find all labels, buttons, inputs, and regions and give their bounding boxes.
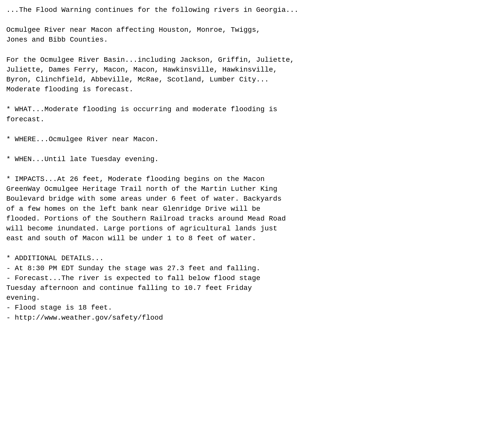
paragraph-7: * IMPACTS...At 26 feet, Moderate floodin… xyxy=(6,174,498,243)
paragraph-2: Ocmulgee River near Macon affecting Hous… xyxy=(6,25,498,45)
paragraph-text-5: * WHERE...Ocmulgee River near Macon. xyxy=(6,134,498,144)
paragraph-text-3: For the Ocmulgee River Basin...including… xyxy=(6,55,498,95)
paragraph-8: * ADDITIONAL DETAILS... - At 8:30 PM EDT… xyxy=(6,253,498,322)
paragraph-4: * WHAT...Moderate flooding is occurring … xyxy=(6,104,498,124)
paragraph-text-6: * WHEN...Until late Tuesday evening. xyxy=(6,154,498,164)
paragraph-text-2: Ocmulgee River near Macon affecting Hous… xyxy=(6,25,498,45)
paragraph-1: ...The Flood Warning continues for the f… xyxy=(6,5,498,15)
paragraph-5: * WHERE...Ocmulgee River near Macon. xyxy=(6,134,498,144)
paragraph-6: * WHEN...Until late Tuesday evening. xyxy=(6,154,498,164)
paragraph-text-4: * WHAT...Moderate flooding is occurring … xyxy=(6,104,498,124)
paragraph-text-1: ...The Flood Warning continues for the f… xyxy=(6,5,498,15)
paragraph-3: For the Ocmulgee River Basin...including… xyxy=(6,55,498,95)
paragraph-text-8: * ADDITIONAL DETAILS... - At 8:30 PM EDT… xyxy=(6,253,498,322)
paragraph-text-7: * IMPACTS...At 26 feet, Moderate floodin… xyxy=(6,174,498,243)
main-content: ...The Flood Warning continues for the f… xyxy=(6,5,498,323)
